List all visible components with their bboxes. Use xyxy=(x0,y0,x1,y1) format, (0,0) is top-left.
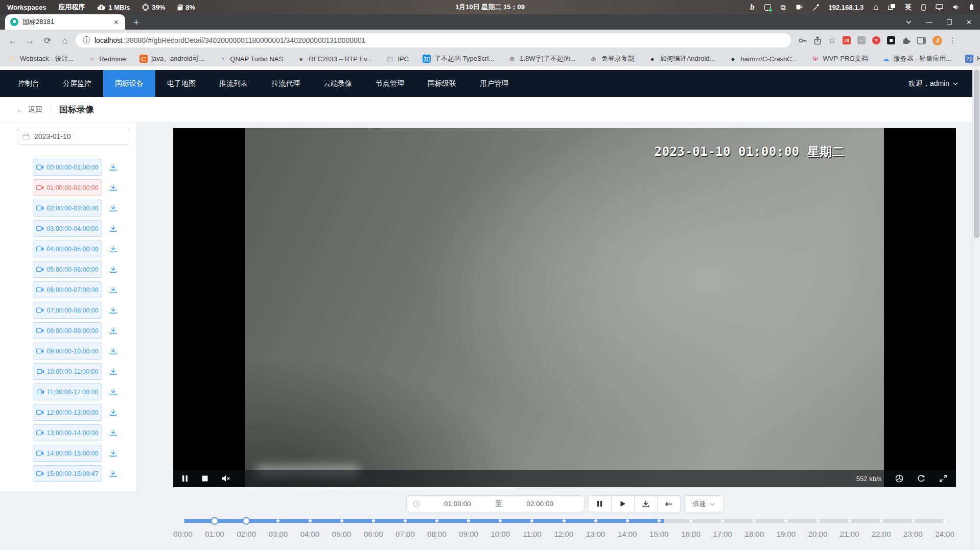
segment-button[interactable]: 14:00:00-15:00:00 xyxy=(33,445,102,462)
flag-indicator-icon[interactable]: b xyxy=(750,4,755,11)
extension-dark-icon[interactable] xyxy=(887,36,895,44)
page-scrollbar[interactable] xyxy=(972,66,980,550)
download-segment-button[interactable] xyxy=(108,244,118,254)
segment-button[interactable]: 05:00:00-06:00:00 xyxy=(33,261,102,278)
ip-address[interactable]: 192.168.1.3 xyxy=(829,4,864,11)
extension-gray-icon[interactable]: ·· xyxy=(857,36,866,44)
segment-button[interactable]: 01:00:00-02:00:00 xyxy=(33,179,102,196)
reload-icon[interactable]: ⟳ xyxy=(41,36,54,45)
end-time-value[interactable]: 02:00:00 xyxy=(502,500,578,508)
date-picker[interactable]: 2023-01-10 xyxy=(17,128,129,145)
nav-item[interactable]: 推流列表 xyxy=(207,70,260,97)
download-segment-button[interactable] xyxy=(108,448,118,458)
play-button[interactable] xyxy=(611,495,635,512)
back-icon[interactable]: ← xyxy=(6,36,19,45)
segment-button[interactable]: 08:00:00-09:00:00 xyxy=(33,322,102,339)
download-segment-button[interactable] xyxy=(108,162,118,172)
snapshot-shutter-icon[interactable] xyxy=(895,474,903,483)
segment-button[interactable]: 03:00:00-04:00:00 xyxy=(33,220,102,237)
close-window-button[interactable]: ✕ xyxy=(966,18,972,26)
segment-button[interactable]: 09:00:00-10:00:00 xyxy=(33,343,102,360)
bookmark-star-icon[interactable]: ☆ xyxy=(828,36,836,45)
nav-item[interactable]: 用户管理 xyxy=(468,70,520,97)
display-icon[interactable] xyxy=(936,4,943,10)
bookmark-item[interactable]: ● hairrrrr/C-CrashC... xyxy=(729,55,797,63)
nav-item[interactable]: 控制台 xyxy=(6,70,51,97)
volume-icon[interactable] xyxy=(953,4,960,10)
extension-js-icon[interactable]: JS xyxy=(843,36,851,44)
bookmark-item[interactable]: ● RFC2833 – RTP Ev... xyxy=(297,55,372,63)
password-key-icon[interactable] xyxy=(798,36,807,45)
browser-tab[interactable]: 国标28181 ✕ xyxy=(5,14,125,30)
sidebar-toggle-icon[interactable] xyxy=(917,37,926,44)
timeline-handle[interactable] xyxy=(211,517,219,525)
bookmark-item[interactable]: ⊕ 免登录复制 xyxy=(590,54,635,63)
time-range-input[interactable]: 01:00:00 至 02:00:00 xyxy=(406,495,585,512)
segment-button[interactable]: 11:00:00-12:00:00 xyxy=(33,384,102,400)
bookmark-item[interactable]: ≡ Webstack - 设计... xyxy=(8,54,74,63)
nav-item[interactable]: 云端录像 xyxy=(312,70,364,97)
color-picker-icon[interactable] xyxy=(812,4,819,11)
download-segment-button[interactable] xyxy=(108,326,118,336)
bookmark-item[interactable]: Ψ WVP-PRO文档 xyxy=(811,54,868,63)
input-method-indicator[interactable]: 英 xyxy=(905,3,912,12)
segment-button[interactable]: 13:00:00-14:00:00 xyxy=(33,424,102,441)
timeline-track[interactable] xyxy=(183,519,945,523)
download-segment-button[interactable] xyxy=(108,305,118,315)
nav-item[interactable]: 分屏监控 xyxy=(51,70,103,97)
url-bar[interactable]: ⓘ localhost:38080/#/gbRecordDetail/34020… xyxy=(76,33,791,47)
segment-button[interactable]: 07:00:00-08:00:00 xyxy=(33,302,102,319)
nav-item[interactable]: 电子地图 xyxy=(155,70,207,97)
nav-item[interactable]: 拉流代理 xyxy=(260,70,312,97)
segment-button[interactable]: 15:00:00-15:09:47 xyxy=(33,465,102,482)
clipboard-icon[interactable]: ⧉ xyxy=(781,4,786,11)
timeline-handle[interactable] xyxy=(243,517,250,525)
download-button[interactable] xyxy=(634,495,658,512)
bookmark-item[interactable]: ▤ IPC xyxy=(386,55,409,63)
bookmark-item[interactable]: ● 如何编译Android... xyxy=(648,54,715,63)
bookmark-item[interactable]: 知 了不起的 TypeScri... xyxy=(423,54,494,63)
extension-blocker-icon[interactable]: ✕ xyxy=(872,36,880,44)
profile-avatar[interactable]: J xyxy=(932,36,942,45)
nav-item[interactable]: 节点管理 xyxy=(364,70,416,97)
device-icon[interactable] xyxy=(921,4,926,11)
scrollbar-thumb[interactable] xyxy=(974,69,979,238)
browser-home-icon[interactable]: ⌂ xyxy=(58,36,72,45)
app-indicator-icon[interactable] xyxy=(764,4,771,11)
workspaces-menu[interactable]: Workspaces xyxy=(7,4,46,11)
back-button[interactable]: ← 返回 xyxy=(16,105,42,114)
seek-back-button[interactable] xyxy=(657,495,681,512)
start-time-value[interactable]: 01:00:00 xyxy=(420,500,496,508)
download-segment-button[interactable] xyxy=(108,367,118,376)
download-segment-button[interactable] xyxy=(108,183,118,193)
battery-icon[interactable] xyxy=(969,4,974,11)
stop-icon[interactable] xyxy=(202,475,208,482)
download-segment-button[interactable] xyxy=(108,285,118,295)
download-segment-button[interactable] xyxy=(108,387,118,397)
bookmark-item[interactable]: C java、android可... xyxy=(139,54,204,63)
segment-button[interactable]: 10:00:00-11:00:00 xyxy=(33,363,102,380)
segment-button[interactable]: 02:00:00-03:00:00 xyxy=(33,200,102,217)
nav-item[interactable]: 国标级联 xyxy=(416,70,468,97)
system-clock[interactable]: 1月10日 星期二 15：09 xyxy=(455,3,525,12)
forward-icon[interactable]: → xyxy=(24,36,37,45)
fullscreen-icon[interactable] xyxy=(939,474,947,483)
nav-item[interactable]: 国标设备 xyxy=(103,70,155,97)
mute-icon[interactable] xyxy=(222,475,231,482)
download-segment-button[interactable] xyxy=(108,265,118,274)
segment-button[interactable]: 12:00:00-13:00:00 xyxy=(33,404,102,421)
tab-search-chevron-icon[interactable] xyxy=(906,20,912,24)
segment-button[interactable]: 00:00:00-01:00:00 xyxy=(33,159,102,176)
maximize-button[interactable] xyxy=(947,19,952,25)
bookmark-item[interactable]: ◔ QNAP Turbo NAS xyxy=(218,55,283,63)
home-icon[interactable]: ⌂ xyxy=(873,3,878,11)
download-segment-button[interactable] xyxy=(108,346,118,356)
pause-icon[interactable] xyxy=(182,475,188,482)
bookmark-item[interactable]: ∩ Redmine xyxy=(87,55,126,63)
beverage-icon[interactable] xyxy=(796,4,803,10)
applications-menu[interactable]: 应用程序 xyxy=(58,3,85,12)
refresh-icon[interactable] xyxy=(917,474,925,483)
new-tab-button[interactable]: + xyxy=(133,17,139,27)
minimize-button[interactable]: — xyxy=(926,18,932,26)
bookmark-item[interactable]: ⊕ 1.8W字|了不起的... xyxy=(508,54,576,63)
